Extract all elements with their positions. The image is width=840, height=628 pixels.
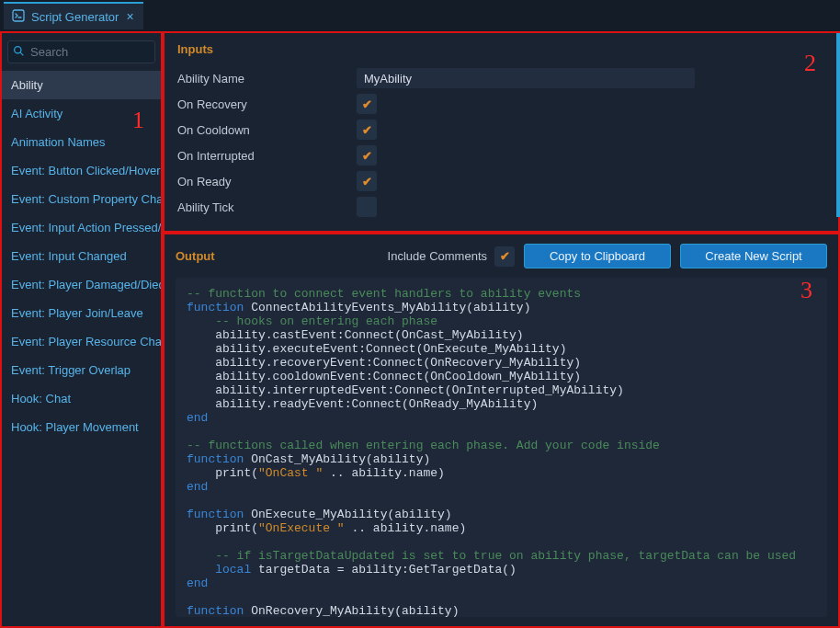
script-generator-icon: [11, 8, 26, 26]
copy-to-clipboard-button[interactable]: Copy to Clipboard: [524, 244, 671, 268]
input-label: On Recovery: [177, 97, 357, 111]
checkbox[interactable]: [357, 145, 377, 166]
sidebar-item[interactable]: Event: Player Resource Changed: [2, 327, 161, 356]
input-label: On Interrupted: [177, 149, 357, 163]
sidebar-list: AbilityAI ActivityAnimation NamesEvent: …: [2, 71, 161, 626]
output-title: Output: [176, 249, 215, 263]
sidebar-item[interactable]: Event: Player Join/Leave: [2, 299, 161, 327]
sidebar-item[interactable]: Event: Button Clicked/Hovered: [2, 156, 161, 185]
scroll-indicator: [836, 33, 840, 217]
sidebar-item[interactable]: AI Activity: [2, 99, 161, 128]
include-comments: Include Comments: [388, 246, 515, 267]
input-row: On Interrupted: [177, 143, 825, 168]
input-row: On Recovery: [177, 91, 825, 117]
sidebar-item[interactable]: Event: Custom Property Changed: [2, 185, 161, 213]
sidebar-item[interactable]: Event: Input Action Pressed/Released: [2, 213, 161, 242]
code-output[interactable]: -- function to connect event handlers to…: [176, 278, 827, 617]
search-wrap: [2, 33, 161, 71]
ability-name-input[interactable]: [357, 68, 695, 88]
checkbox[interactable]: [357, 94, 377, 114]
tab-script-generator[interactable]: Script Generator ×: [4, 2, 143, 29]
include-comments-checkbox[interactable]: [494, 246, 515, 267]
input-label: Ability Tick: [177, 200, 357, 214]
sidebar-item[interactable]: Event: Player Damaged/Died/Spawned: [2, 270, 161, 299]
input-label: On Ready: [177, 175, 357, 188]
search-input[interactable]: [7, 40, 155, 63]
checkbox[interactable]: [357, 120, 377, 140]
sidebar-item[interactable]: Event: Trigger Overlap: [2, 356, 161, 384]
include-comments-label: Include Comments: [388, 249, 487, 263]
checkbox[interactable]: [357, 171, 377, 191]
output-header: Output Include Comments Copy to Clipboar…: [176, 244, 827, 268]
output-panel: Output Include Comments Copy to Clipboar…: [163, 233, 840, 628]
sidebar-item[interactable]: Hook: Chat: [2, 384, 161, 413]
sidebar-item[interactable]: Animation Names: [2, 128, 161, 156]
tab-bar: Script Generator ×: [0, 0, 840, 31]
inputs-panel: Inputs Ability NameOn RecoveryOn Cooldow…: [163, 31, 840, 233]
input-row: Ability Name: [177, 65, 825, 91]
tab-title: Script Generator: [31, 10, 119, 24]
close-icon[interactable]: ×: [124, 9, 135, 24]
sidebar: AbilityAI ActivityAnimation NamesEvent: …: [0, 31, 163, 628]
input-label: On Cooldown: [177, 123, 357, 137]
input-row: On Cooldown: [177, 117, 825, 143]
inputs-title: Inputs: [177, 42, 825, 56]
svg-rect-0: [13, 10, 24, 21]
checkbox[interactable]: [357, 197, 377, 217]
input-row: On Ready: [177, 168, 825, 194]
sidebar-item[interactable]: Event: Input Changed: [2, 242, 161, 270]
sidebar-item[interactable]: Ability: [2, 71, 161, 99]
sidebar-item[interactable]: Hook: Player Movement: [2, 413, 161, 441]
input-row: Ability Tick: [177, 194, 825, 220]
input-label: Ability Name: [177, 72, 357, 86]
create-new-script-button[interactable]: Create New Script: [680, 244, 827, 268]
